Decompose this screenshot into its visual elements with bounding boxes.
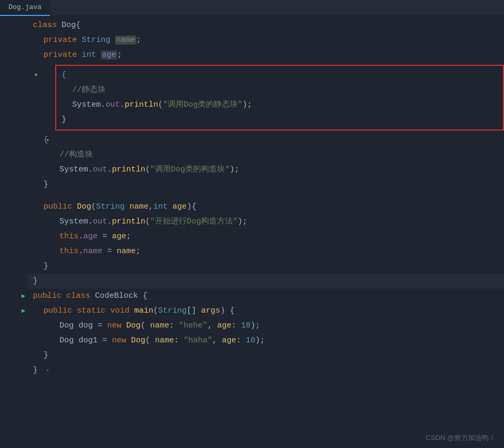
- code-token: public static void main(String[] args) {: [44, 304, 234, 318]
- static-block-container: ▾ { //静态块 System.out.println("调用Dog类的静态块…: [28, 65, 504, 131]
- code-token: public Dog(String name,int age){: [44, 200, 196, 214]
- constructor-comment: //构造块: [59, 148, 93, 162]
- static-block-open: ▾ {: [56, 68, 503, 83]
- code-line: }: [28, 348, 504, 363]
- run-icon-main[interactable]: ▶: [18, 306, 29, 316]
- close-brace: }: [44, 178, 48, 192]
- editor: Dog.java ▾ class Dog{ private String nam…: [0, 0, 504, 448]
- close-brace: }: [44, 349, 48, 363]
- close-brace: }: [44, 260, 48, 273]
- code-token: System.out.println("开始进行Dog构造方法");: [59, 215, 247, 229]
- code-line: }: [28, 177, 504, 192]
- code-token: class Dog{: [33, 19, 81, 32]
- code-token: private String name;: [44, 33, 141, 47]
- code-line: }: [28, 259, 504, 274]
- watermark: CSDN @努力加油鸭！: [425, 433, 496, 443]
- code-token: this.name = name;: [59, 245, 141, 259]
- tab-dog[interactable]: Dog.java: [0, 0, 50, 16]
- run-icon[interactable]: ▶: [18, 291, 29, 301]
- code-line: ▾ public Dog(String name,int age){: [28, 200, 504, 214]
- static-brace-open: {: [62, 68, 66, 82]
- code-line: ▾ class Dog{: [28, 18, 504, 33]
- dog-constructor-fold[interactable]: ▾: [46, 203, 49, 212]
- static-brace-close: }: [56, 113, 503, 127]
- fold-icon[interactable]: ▾: [46, 22, 54, 29]
- code-line: this.name = name;: [28, 244, 504, 259]
- static-comment: //静态块: [72, 83, 106, 97]
- code-line: Dog dog1 = new Dog( name: "haha", age: 1…: [28, 333, 504, 348]
- code-line: ▾ }: [28, 363, 504, 378]
- static-comment-line: //静态块: [56, 83, 503, 98]
- code-token: private int age;: [44, 48, 122, 62]
- codeblock-fold[interactable]: ▾: [46, 292, 49, 301]
- tab-bar: Dog.java: [0, 0, 504, 16]
- static-block-border: ▾ { //静态块 System.out.println("调用Dog类的静态块…: [55, 65, 504, 131]
- code-line: this.age = age;: [28, 229, 504, 244]
- code-area: ▾ class Dog{ private String name; privat…: [0, 16, 504, 378]
- code-line: ▾ {: [28, 133, 504, 148]
- code-line: System.out.println("调用Dog类的构造块");: [28, 162, 504, 177]
- code-token: public class CodeBlock {: [33, 289, 147, 303]
- code-token: Dog dog1 = new Dog( name: "haha", age: 1…: [59, 334, 265, 348]
- code-token: System.out.println("调用Dog类的静态块");: [72, 98, 252, 112]
- fold-marker: ▾: [46, 366, 49, 375]
- close-brace-dog: }: [33, 274, 38, 288]
- close-brace-codeblock: }: [33, 364, 38, 377]
- code-token: Dog dog = new Dog( name: "hehe", age: 18…: [59, 319, 260, 333]
- code-line: private int age;: [28, 48, 504, 63]
- code-line: private String name;: [28, 33, 504, 48]
- code-line: ▶ ▾ public static void main(String[] arg…: [28, 304, 504, 318]
- code-token: this.age = age;: [59, 230, 131, 244]
- main-fold[interactable]: ▾: [46, 307, 49, 316]
- code-line: }: [28, 274, 504, 289]
- close-brace: }: [62, 113, 66, 127]
- code-line: //构造块: [28, 148, 504, 162]
- static-fold-icon[interactable]: ▾: [34, 70, 38, 81]
- code-line-empty: [28, 192, 504, 200]
- code-token: System.out.println("调用Dog类的构造块");: [59, 163, 239, 177]
- constructor-block-fold[interactable]: ▾: [46, 136, 49, 145]
- code-line: Dog dog = new Dog( name: "hehe", age: 18…: [28, 318, 504, 333]
- static-println-line: System.out.println("调用Dog类的静态块");: [56, 98, 503, 113]
- code-line: ▶ ▾ public class CodeBlock {: [28, 289, 504, 304]
- code-line: System.out.println("开始进行Dog构造方法");: [28, 214, 504, 229]
